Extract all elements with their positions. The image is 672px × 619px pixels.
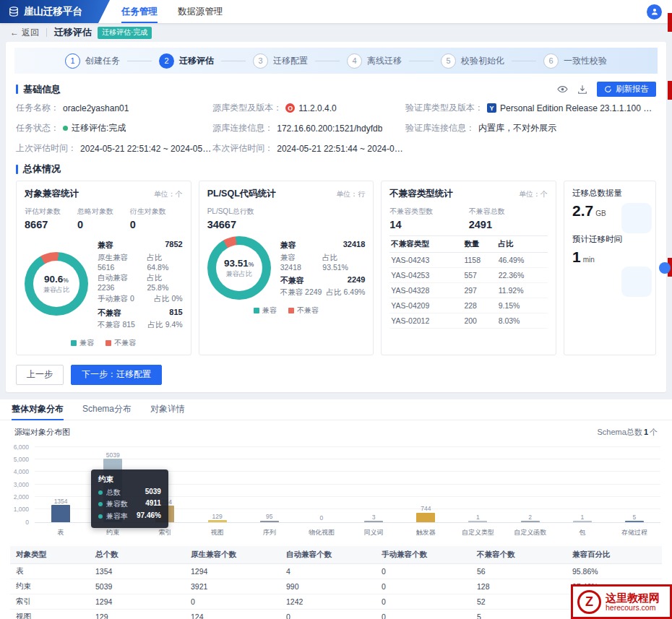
cell: 1158: [462, 253, 496, 268]
cell: YAS-04328: [389, 283, 462, 298]
info-field: 源库类型及版本：11.2.0.4.0: [212, 102, 405, 114]
bar-rect: [468, 521, 487, 522]
bar-自定义函数[interactable]: 2: [504, 448, 556, 522]
legend-swatch: [105, 340, 111, 346]
tab-Schema分布[interactable]: Schema分布: [82, 399, 132, 420]
tooltip-row: 总数5039: [98, 488, 161, 498]
chart-tooltip-rows: 总数5039兼容数4911兼容率97.46%: [98, 488, 161, 521]
x-tick-label: 触发器: [400, 524, 452, 537]
bar-存储过程[interactable]: 5: [608, 448, 660, 522]
nav-item[interactable]: 任务管理: [121, 0, 158, 23]
series-dot: [98, 502, 103, 506]
plsql-card-legend: 兼容不兼容: [207, 306, 366, 316]
stat-value: 8667: [25, 219, 77, 230]
edge-marker: [668, 13, 672, 32]
next-step-button[interactable]: 下一步：迁移配置: [71, 365, 162, 385]
card-unit: 单位：行: [336, 189, 365, 199]
user-avatar[interactable]: [647, 4, 662, 20]
bar-value-label: 3: [372, 514, 376, 521]
brand: 崖山迁移平台: [0, 0, 110, 23]
object-card-rows: 兼容7852原生兼容 5616占比 64.8%自动兼容 2236占比 25.8%…: [98, 236, 183, 332]
overview-title: 总体情况: [23, 163, 61, 176]
compat-row: 兼容32418: [280, 240, 366, 251]
bar-value-label: 744: [421, 506, 431, 512]
gridline: [35, 446, 660, 447]
section-accent: [16, 85, 18, 94]
cell: 9.15%: [497, 298, 548, 313]
compat-row: 不兼容 2249占比 6.49%: [280, 287, 366, 298]
tab-对象详情[interactable]: 对象详情: [150, 399, 185, 420]
bar-包[interactable]: 1: [556, 448, 608, 522]
object-card-legend: 兼容不兼容: [25, 338, 183, 348]
step-3[interactable]: 3迁移配置: [253, 53, 308, 69]
legend-swatch: [288, 308, 294, 313]
back-button[interactable]: ← 返回: [10, 27, 39, 39]
step-number: 1: [65, 53, 80, 69]
bar-序列[interactable]: 95: [244, 448, 296, 522]
step-connector: [127, 61, 152, 61]
info-label: 任务状态：: [16, 122, 59, 134]
x-tick-label: 自定义类型: [452, 524, 504, 537]
info-value: 2024-05-21 22:51:42 ~ 2024-05-21 22:53:2…: [80, 144, 212, 154]
bar-自定义类型[interactable]: 1: [452, 448, 504, 522]
cell: 0: [376, 563, 471, 579]
bar-rect: [625, 521, 644, 522]
refresh-report-button[interactable]: 刷新报告: [597, 82, 656, 97]
bar-物化视图[interactable]: 0: [296, 448, 348, 522]
step-number: 2: [159, 53, 174, 69]
legend-item: 兼容: [71, 338, 94, 348]
x-tick-label: 存储过程: [608, 524, 660, 537]
info-label: 验证库连接信息：: [405, 122, 475, 134]
download-icon[interactable]: [577, 84, 588, 95]
legend-item: 不兼容: [105, 338, 136, 348]
edge-marker: [668, 81, 672, 100]
col-header: 数量: [462, 236, 496, 253]
step-5[interactable]: 5校验初始化: [441, 53, 504, 69]
nav-item[interactable]: 数据源管理: [178, 0, 223, 23]
decoration: [621, 267, 652, 297]
table-row: 索引12940124205295.98%: [10, 594, 662, 609]
prev-step-button[interactable]: 上一步: [16, 365, 64, 385]
chart-tooltip: 约束 总数5039兼容数4911兼容率97.46%: [91, 469, 168, 529]
bar-触发器[interactable]: 744: [400, 448, 452, 522]
data-volume-label: 迁移总数据量: [572, 188, 647, 199]
table-row: YAS-042092289.15%: [389, 298, 548, 313]
bar-同义词[interactable]: 3: [348, 448, 400, 522]
step-number: 5: [441, 53, 456, 69]
basic-info-panel: 基础信息 刷新报告 任务名称：oracle2ya: [6, 82, 666, 155]
page: 崖山迁移平台 任务管理数据源管理 ← 返回 迁移评估 迁移评估·完成 1创建任务…: [0, 0, 672, 619]
legend-swatch: [71, 340, 77, 346]
x-tick-label: 物化视图: [296, 524, 348, 537]
tooltip-row-label: 兼容率: [98, 511, 128, 521]
cell: 1354: [90, 563, 185, 579]
card-title: PL/SQL代码统计: [207, 188, 276, 200]
table-row: 约束50393921990012897.46%: [10, 579, 662, 594]
bar-表[interactable]: 1354: [35, 448, 87, 522]
step-number: 3: [253, 53, 268, 69]
y-tick-label: 5,000: [14, 456, 29, 463]
stat-value: 14: [389, 219, 468, 230]
legend-swatch: [254, 308, 259, 313]
refresh-icon: [604, 85, 612, 93]
migration-time-label: 预计迁移时间: [572, 234, 647, 245]
tab-整体对象分布[interactable]: 整体对象分布: [12, 399, 64, 420]
donut-center: 90.6% 兼容占比: [33, 261, 79, 307]
info-field: 任务状态：迁移评估:完成: [16, 122, 212, 134]
database-icon: [9, 7, 19, 17]
table-row: YAS-04243115846.49%: [389, 253, 548, 268]
step-6[interactable]: 6一致性校验: [543, 53, 607, 69]
step-1[interactable]: 1创建任务: [65, 53, 120, 69]
step-2[interactable]: 2迁移评估: [159, 53, 214, 69]
table-row: 表13541294405695.86%: [10, 563, 662, 579]
info-label: 任务名称：: [16, 102, 59, 114]
bar-视图[interactable]: 129: [191, 448, 244, 522]
info-value: Personal Edition Release 23.1.1.100 x86_…: [500, 103, 656, 113]
top-nav: 任务管理数据源管理: [121, 0, 244, 23]
cell: 52: [471, 594, 567, 609]
step-4[interactable]: 4离线迁移: [347, 53, 402, 69]
eye-icon[interactable]: [556, 84, 568, 95]
bar-value-label: 2: [528, 514, 532, 521]
cell: 0: [376, 594, 471, 609]
floating-helper-button[interactable]: [659, 262, 671, 274]
cell: 124: [185, 609, 280, 619]
